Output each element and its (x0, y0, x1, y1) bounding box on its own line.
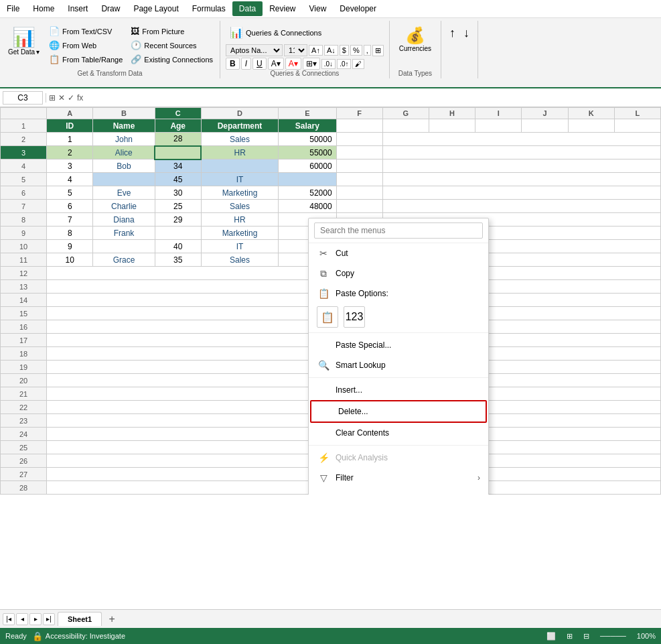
cell-b9[interactable]: Frank (93, 227, 155, 240)
percent-format-button[interactable]: % (350, 45, 362, 56)
cell-e4[interactable]: 60000 (279, 159, 336, 173)
cell-d2[interactable]: Sales (201, 133, 278, 146)
cancel-formula-icon[interactable]: ✕ (58, 93, 65, 103)
zoom-slider[interactable]: ───── (600, 632, 626, 641)
cell-d4[interactable] (201, 159, 278, 173)
cell-c8[interactable]: 29 (155, 213, 201, 227)
cell-j1[interactable] (522, 119, 568, 133)
menu-item-view[interactable]: View (303, 1, 334, 16)
cell-b2[interactable]: John (93, 133, 155, 146)
cell-i1[interactable] (475, 119, 522, 133)
cell-a8[interactable]: 7 (47, 213, 93, 227)
col-header-i[interactable]: I (475, 108, 522, 119)
paste-special-menu-item[interactable]: Paste Special... (309, 335, 488, 355)
cell-d11[interactable]: Sales (201, 253, 278, 267)
decrease-font-button[interactable]: A↓ (324, 45, 338, 56)
cell-h1[interactable] (429, 119, 475, 133)
menu-item-review[interactable]: Review (263, 1, 302, 16)
from-web-button[interactable]: 🌐 From Web (46, 39, 125, 52)
paint-format-button[interactable]: 🖌 (352, 59, 364, 69)
cell-b7[interactable]: Charlie (93, 200, 155, 213)
sort-ascending-button[interactable]: ↑ (447, 23, 458, 43)
insert-menu-item[interactable]: Insert... (309, 380, 488, 400)
cut-menu-item[interactable]: ✂ Cut (309, 243, 488, 263)
cell-b4[interactable]: Bob (93, 159, 155, 173)
cell-c7[interactable]: 25 (155, 200, 201, 213)
smart-lookup-menu-item[interactable]: 🔍 Smart Lookup (309, 355, 488, 375)
first-tab-button[interactable]: |◂ (3, 613, 15, 625)
menu-item-home[interactable]: Home (26, 1, 61, 16)
formula-input[interactable] (86, 92, 658, 104)
border-button[interactable]: ⊞▾ (303, 58, 320, 70)
col-header-e[interactable]: E (279, 108, 336, 119)
menu-item-data[interactable]: Data (232, 1, 263, 16)
col-header-k[interactable]: K (568, 108, 614, 119)
cell-k1[interactable] (568, 119, 614, 133)
cell-l1[interactable] (614, 119, 660, 133)
cell-c10[interactable]: 40 (155, 240, 201, 253)
menu-item-insert[interactable]: Insert (61, 1, 94, 16)
cell-a6[interactable]: 5 (47, 186, 93, 200)
more-format-button[interactable]: ⊞ (372, 45, 384, 56)
cell-c9[interactable] (155, 227, 201, 240)
cell-a3[interactable]: 2 (47, 146, 93, 159)
cell-d9[interactable]: Marketing (201, 227, 278, 240)
view-page-break-icon[interactable]: ⊟ (583, 632, 589, 641)
from-table-range-button[interactable]: 📋 From Table/Range (46, 53, 125, 66)
col-header-c[interactable]: C (155, 108, 201, 119)
cell-f1[interactable] (336, 119, 382, 133)
cell-a1[interactable]: ID (47, 119, 93, 133)
cell-e6[interactable]: 52000 (279, 186, 336, 200)
cell-c5[interactable]: 45 (155, 173, 201, 186)
col-header-f[interactable]: F (336, 108, 382, 119)
font-family-select[interactable]: Aptos Na... (226, 44, 283, 56)
get-data-button[interactable]: 📊 Get Data ▾ (4, 23, 44, 58)
last-tab-button[interactable]: ▸| (43, 613, 55, 625)
cell-reference-box[interactable]: C3 (3, 91, 43, 105)
cell-a7[interactable]: 6 (47, 200, 93, 213)
cell-a10[interactable]: 9 (47, 240, 93, 253)
cell-e3[interactable]: 55000 (279, 146, 336, 159)
view-layout-icon[interactable]: ⊞ (567, 632, 573, 641)
cell-d3[interactable]: HR (201, 146, 278, 159)
delete-menu-item[interactable]: Delete... (310, 400, 487, 423)
cell-b11[interactable]: Grace (93, 253, 155, 267)
currency-format-button[interactable]: $ (340, 45, 349, 56)
cell-a5[interactable]: 4 (47, 173, 93, 186)
cell-d1[interactable]: Department (201, 119, 278, 133)
currencies-button[interactable]: 💰 Currencies (395, 23, 435, 55)
cell-b3[interactable]: Alice (93, 146, 155, 159)
col-header-j[interactable]: J (522, 108, 568, 119)
cell-d5[interactable]: IT (201, 173, 278, 186)
col-header-d[interactable]: D (201, 108, 278, 119)
cell-d6[interactable]: Marketing (201, 186, 278, 200)
cell-d8[interactable]: HR (201, 213, 278, 227)
col-header-a[interactable]: A (47, 108, 93, 119)
insert-function-icon[interactable]: fx (77, 93, 83, 103)
sheet1-tab[interactable]: Sheet1 (58, 612, 102, 626)
menu-item-formulas[interactable]: Formulas (186, 1, 232, 16)
cell-b5[interactable] (93, 173, 155, 186)
cell-c4[interactable]: 34 (155, 159, 201, 173)
clear-contents-menu-item[interactable]: Clear Contents (309, 423, 488, 443)
menu-item-page-layout[interactable]: Page Layout (127, 1, 185, 16)
cell-b8[interactable]: Diana (93, 213, 155, 227)
cell-e5[interactable] (279, 173, 336, 186)
cell-e2[interactable]: 50000 (279, 133, 336, 146)
font-color-button[interactable]: A▾ (285, 58, 301, 70)
cell-f6[interactable] (336, 186, 382, 200)
col-header-h[interactable]: H (429, 108, 475, 119)
copy-menu-item[interactable]: ⧉ Copy (309, 263, 488, 283)
underline-button[interactable]: U (252, 58, 267, 70)
sort-descending-button[interactable]: ↓ (461, 23, 472, 43)
cell-a2[interactable]: 1 (47, 133, 93, 146)
cell-b10[interactable] (93, 240, 155, 253)
next-tab-button[interactable]: ▸ (29, 613, 42, 625)
cell-e7[interactable]: 48000 (279, 200, 336, 213)
highlight-color-button[interactable]: A▾ (268, 58, 284, 70)
col-header-g[interactable]: G (382, 108, 429, 119)
cell-a11[interactable]: 10 (47, 253, 93, 267)
cell-c11[interactable]: 35 (155, 253, 201, 267)
bold-button[interactable]: B (226, 58, 240, 70)
cell-g1[interactable] (382, 119, 429, 133)
